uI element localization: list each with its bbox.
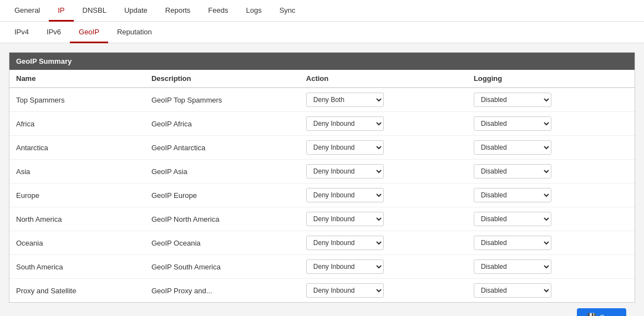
sub-nav-item-ipv6[interactable]: IPv6 <box>38 22 70 43</box>
row-logging: DisabledEnabled <box>467 279 635 303</box>
row-action: Deny BothDeny InboundDeny OutboundAllowD… <box>300 231 467 255</box>
col-name: Name <box>9 70 145 88</box>
logging-select[interactable]: DisabledEnabled <box>474 283 551 298</box>
logging-select[interactable]: DisabledEnabled <box>474 93 551 107</box>
row-description: GeoIP Oceania <box>145 231 300 255</box>
row-description: GeoIP Africa <box>145 112 300 136</box>
row-logging: DisabledEnabled <box>467 88 635 112</box>
logging-select[interactable]: DisabledEnabled <box>474 188 551 202</box>
action-select[interactable]: Deny BothDeny InboundDeny OutboundAllowD… <box>306 140 384 155</box>
sub-nav-item-geoip[interactable]: GeoIP <box>70 22 108 43</box>
action-select[interactable]: Deny BothDeny InboundDeny OutboundAllowD… <box>306 164 384 179</box>
save-icon: 💾 <box>587 313 596 316</box>
row-name: Africa <box>9 112 145 136</box>
row-action: Deny BothDeny InboundDeny OutboundAllowD… <box>300 160 467 184</box>
row-logging: DisabledEnabled <box>467 255 635 279</box>
geoip-summary-panel: GeoIP Summary Name Description Action Lo… <box>9 52 635 303</box>
row-name: Europe <box>9 184 145 207</box>
action-select[interactable]: Deny BothDeny InboundDeny OutboundAllowD… <box>306 283 384 298</box>
row-name: Oceania <box>9 231 145 255</box>
table-row: AfricaGeoIP AfricaDeny BothDeny InboundD… <box>9 112 635 136</box>
sub-nav-item-ipv4[interactable]: IPv4 <box>6 22 38 43</box>
logging-select[interactable]: DisabledEnabled <box>474 212 551 226</box>
row-name: Proxy and Satellite <box>9 279 145 303</box>
table-row: OceaniaGeoIP OceaniaDeny BothDeny Inboun… <box>9 231 635 255</box>
row-name: North America <box>9 207 145 231</box>
row-name: South America <box>9 255 145 279</box>
action-select[interactable]: Deny BothDeny InboundDeny OutboundAllowD… <box>306 259 384 274</box>
row-action: Deny BothDeny InboundDeny OutboundAllowD… <box>300 136 467 160</box>
row-description: GeoIP Europe <box>145 184 300 207</box>
top-nav-item-feeds[interactable]: Feeds <box>199 1 237 22</box>
table-row: North AmericaGeoIP North AmericaDeny Bot… <box>9 207 635 231</box>
logging-select[interactable]: DisabledEnabled <box>474 164 551 179</box>
logging-select[interactable]: DisabledEnabled <box>474 116 551 131</box>
row-description: GeoIP Top Spammers <box>145 88 300 112</box>
top-nav-item-dnsbl[interactable]: DNSBL <box>74 1 115 22</box>
row-action: Deny BothDeny InboundDeny OutboundAllowD… <box>300 184 467 207</box>
col-description: Description <box>145 70 300 88</box>
row-description: GeoIP Asia <box>145 160 300 184</box>
sub-nav-item-reputation[interactable]: Reputation <box>108 22 161 43</box>
row-logging: DisabledEnabled <box>467 184 635 207</box>
logging-select[interactable]: DisabledEnabled <box>474 259 551 274</box>
main-content: GeoIP Summary Name Description Action Lo… <box>0 43 644 316</box>
row-name: Asia <box>9 160 145 184</box>
col-logging: Logging <box>467 70 635 88</box>
logging-select[interactable]: DisabledEnabled <box>474 140 551 155</box>
top-nav-item-general[interactable]: General <box>6 1 49 22</box>
save-row: 💾 Save <box>9 303 635 316</box>
top-nav-item-reports[interactable]: Reports <box>156 1 200 22</box>
row-action: Deny BothDeny InboundDeny OutboundAllowD… <box>300 255 467 279</box>
sub-navigation: IPv4IPv6GeoIPReputation <box>0 22 644 43</box>
row-logging: DisabledEnabled <box>467 207 635 231</box>
action-select[interactable]: Deny BothDeny InboundDeny OutboundAllowD… <box>306 212 384 226</box>
table-row: Top SpammersGeoIP Top SpammersDeny BothD… <box>9 88 635 112</box>
panel-title: GeoIP Summary <box>9 53 635 70</box>
row-name: Top Spammers <box>9 88 145 112</box>
save-button[interactable]: 💾 Save <box>577 308 626 316</box>
action-select[interactable]: Deny BothDeny InboundDeny OutboundAllowD… <box>306 93 384 107</box>
table-row: Proxy and SatelliteGeoIP Proxy and...Den… <box>9 279 635 303</box>
row-name: Antarctica <box>9 136 145 160</box>
top-nav-item-update[interactable]: Update <box>115 1 156 22</box>
top-navigation: GeneralIPDNSBLUpdateReportsFeedsLogsSync <box>0 0 644 22</box>
geoip-table: Name Description Action Logging Top Spam… <box>9 70 635 302</box>
row-description: GeoIP Antarctica <box>145 136 300 160</box>
table-header-row: Name Description Action Logging <box>9 70 635 88</box>
top-nav-item-ip[interactable]: IP <box>49 1 73 22</box>
action-select[interactable]: Deny BothDeny InboundDeny OutboundAllowD… <box>306 236 384 250</box>
top-nav-item-sync[interactable]: Sync <box>271 1 305 22</box>
col-action: Action <box>300 70 467 88</box>
action-select[interactable]: Deny BothDeny InboundDeny OutboundAllowD… <box>306 116 384 131</box>
row-action: Deny BothDeny InboundDeny OutboundAllowD… <box>300 112 467 136</box>
row-description: GeoIP North America <box>145 207 300 231</box>
row-logging: DisabledEnabled <box>467 160 635 184</box>
table-row: South AmericaGeoIP South AmericaDeny Bot… <box>9 255 635 279</box>
row-description: GeoIP Proxy and... <box>145 279 300 303</box>
panel-title-text: GeoIP Summary <box>16 57 72 65</box>
row-logging: DisabledEnabled <box>467 136 635 160</box>
row-logging: DisabledEnabled <box>467 112 635 136</box>
action-select[interactable]: Deny BothDeny InboundDeny OutboundAllowD… <box>306 188 384 202</box>
row-logging: DisabledEnabled <box>467 231 635 255</box>
table-row: EuropeGeoIP EuropeDeny BothDeny InboundD… <box>9 184 635 207</box>
save-label: Save <box>600 313 616 317</box>
logging-select[interactable]: DisabledEnabled <box>474 236 551 250</box>
table-row: AntarcticaGeoIP AntarcticaDeny BothDeny … <box>9 136 635 160</box>
row-action: Deny BothDeny InboundDeny OutboundAllowD… <box>300 88 467 112</box>
table-row: AsiaGeoIP AsiaDeny BothDeny InboundDeny … <box>9 160 635 184</box>
top-nav-item-logs[interactable]: Logs <box>237 1 271 22</box>
row-action: Deny BothDeny InboundDeny OutboundAllowD… <box>300 279 467 303</box>
row-action: Deny BothDeny InboundDeny OutboundAllowD… <box>300 207 467 231</box>
row-description: GeoIP South America <box>145 255 300 279</box>
